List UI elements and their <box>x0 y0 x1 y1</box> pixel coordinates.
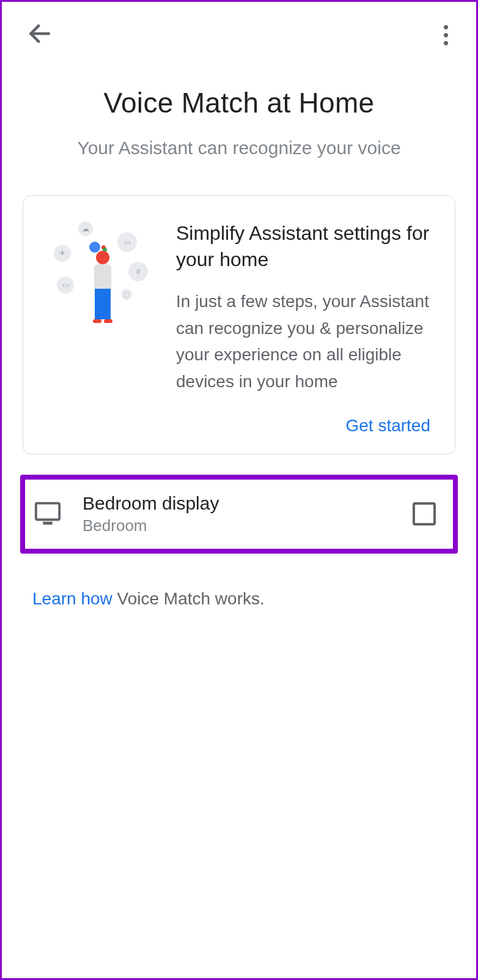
svg-rect-1 <box>36 503 59 520</box>
card-title: Simplify Assistant settings for your hom… <box>176 220 430 273</box>
back-icon[interactable] <box>26 20 53 50</box>
device-list-item[interactable]: Bedroom display Bedroom <box>20 475 458 554</box>
learn-text: Learn how Voice Match works. <box>32 589 446 609</box>
illustration-image: ☁ ▭ ✈ ≡ ▭ ◌ <box>48 220 152 330</box>
app-header <box>2 2 476 62</box>
more-vert-icon[interactable] <box>440 25 452 45</box>
device-checkbox[interactable] <box>413 502 436 525</box>
learn-how-link[interactable]: Learn how <box>32 589 112 608</box>
page-subtitle: Your Assistant can recognize your voice <box>20 138 458 158</box>
promo-card: ☁ ▭ ✈ ≡ ▭ ◌ Simplify As <box>23 195 455 455</box>
device-room: Bedroom <box>83 516 392 535</box>
get-started-button[interactable]: Get started <box>345 416 430 436</box>
device-name: Bedroom display <box>83 493 392 514</box>
display-icon <box>34 500 62 527</box>
learn-rest: Voice Match works. <box>112 589 265 608</box>
card-description: In just a few steps, your Assistant can … <box>176 288 430 395</box>
page-title: Voice Match at Home <box>20 86 458 119</box>
